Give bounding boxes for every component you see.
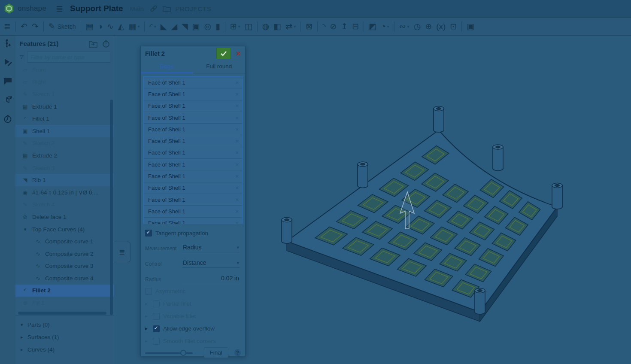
- extrude-button[interactable]: ▤: [84, 20, 96, 33]
- chevron-right-icon[interactable]: ▸: [145, 338, 153, 344]
- selection-item[interactable]: Face of Shell 1×: [144, 135, 242, 147]
- feature-list-button[interactable]: ≣: [2, 20, 13, 33]
- redo-button[interactable]: ↷: [30, 20, 41, 33]
- feature-item-top-face-curves-4[interactable]: ▾Top Face Curves (4): [15, 223, 114, 236]
- sweep-button[interactable]: ∿: [105, 20, 116, 33]
- chevron-down-icon[interactable]: ▾: [21, 227, 29, 232]
- draft-button[interactable]: ◢: [169, 20, 179, 33]
- feature-item-fillet-2[interactable]: ◜Fillet 2: [15, 285, 114, 297]
- curves-chevron-icon[interactable]: ▾: [407, 24, 410, 29]
- feature-item-fillet-1[interactable]: ◜Fillet 1: [15, 112, 114, 125]
- remove-selection-icon[interactable]: ×: [235, 161, 239, 168]
- control-dropdown[interactable]: Distance: [182, 258, 240, 268]
- onshape-logo[interactable]: onshape: [0, 3, 51, 14]
- history-clock-icon[interactable]: [3, 114, 12, 124]
- asymmetric-checkbox[interactable]: [145, 288, 152, 295]
- curves-button[interactable]: ∾▾: [397, 20, 412, 33]
- final-button[interactable]: Final: [204, 347, 228, 358]
- measurement-dropdown[interactable]: Radius: [182, 243, 240, 252]
- more-tools-button[interactable]: ▣: [464, 20, 476, 33]
- remove-selection-icon[interactable]: ×: [235, 138, 239, 144]
- feature-item-delete-face-1[interactable]: ⊘Delete face 1: [15, 211, 114, 223]
- feature-item-composite-curve-2[interactable]: ∿Composite curve 2: [15, 248, 114, 260]
- boss-button[interactable]: ▮: [213, 20, 222, 33]
- move-face-button[interactable]: ↥: [339, 20, 350, 33]
- section-curves-4[interactable]: ▸Curves (4): [15, 343, 114, 356]
- thicken-chevron-icon[interactable]: ▾: [137, 24, 140, 29]
- helix-button[interactable]: ◷: [412, 20, 423, 33]
- document-title[interactable]: Support Plate: [68, 4, 127, 13]
- feature-item-1-64-0-125-in-0[interactable]: ◉#1-64 ↕ 0.125 in | ∨Ø 0....: [15, 186, 114, 199]
- delete-part-button[interactable]: ⊠: [303, 20, 315, 33]
- comments-icon[interactable]: [3, 76, 12, 86]
- selection-item[interactable]: Face of Shell 1×: [144, 194, 242, 206]
- filter-input[interactable]: [27, 52, 110, 63]
- selection-item[interactable]: Face of Shell 1×: [144, 124, 242, 135]
- slider-thumb[interactable]: [180, 350, 186, 356]
- feature-item-extrude-2[interactable]: ▤Extrude 2: [15, 149, 114, 162]
- selection-item[interactable]: Face of Shell 1×: [144, 112, 242, 124]
- allow-edge-overflow-checkbox[interactable]: [153, 325, 160, 332]
- remove-selection-icon[interactable]: ×: [235, 79, 239, 86]
- features-flyout-tab[interactable]: ≣: [114, 242, 130, 262]
- split-button[interactable]: ◧: [271, 20, 283, 33]
- filter-funnel-icon[interactable]: [20, 54, 24, 61]
- instances-button[interactable]: ⊡: [448, 20, 459, 33]
- feature-item-rib-1[interactable]: ◥Rib 1: [15, 174, 114, 186]
- fillet-chevron-icon[interactable]: ▾: [154, 24, 156, 29]
- remove-selection-icon[interactable]: ×: [235, 220, 239, 224]
- selection-item[interactable]: Face of Shell 1×: [144, 182, 242, 194]
- loft-button[interactable]: ◭: [116, 20, 127, 33]
- feature-item-right[interactable]: ▱Right: [15, 76, 114, 88]
- feature-item-fill-1[interactable]: ⊛Fill 1: [15, 297, 114, 309]
- remove-selection-icon[interactable]: ×: [235, 149, 239, 156]
- feature-item-composite-curve-1[interactable]: ∿Composite curve 1: [15, 235, 114, 248]
- remove-selection-icon[interactable]: ×: [235, 91, 239, 97]
- radius-input[interactable]: 0.02 in: [182, 274, 240, 283]
- cancel-button[interactable]: ×: [234, 49, 243, 58]
- hole-button[interactable]: ◎: [202, 20, 214, 33]
- selection-item[interactable]: Face of Shell 1×: [144, 170, 242, 182]
- sketch-button[interactable]: ✎Sketch: [46, 20, 78, 33]
- chevron-right-icon[interactable]: ▸: [145, 326, 153, 331]
- delete-face-button[interactable]: ⊘: [328, 20, 339, 33]
- selection-item[interactable]: Face of Shell 1×: [144, 206, 242, 217]
- tab-edge[interactable]: Edge: [141, 61, 193, 73]
- feature-item-shell-1[interactable]: ▣Shell 1: [15, 125, 114, 137]
- project-curve-button[interactable]: ⊕: [423, 20, 434, 33]
- workspace-name[interactable]: Main: [127, 5, 148, 12]
- smooth-fillet-corners-checkbox[interactable]: [153, 338, 160, 345]
- transform-chevron-icon[interactable]: ▾: [294, 24, 296, 29]
- rib-button[interactable]: ◥: [179, 20, 190, 33]
- mirror-button[interactable]: ◫: [243, 20, 255, 33]
- selection-item[interactable]: Face of Shell 1×: [144, 77, 242, 88]
- remove-selection-icon[interactable]: ×: [235, 103, 239, 109]
- remove-selection-icon[interactable]: ×: [235, 185, 239, 191]
- thicken-button[interactable]: ▦▾: [126, 20, 142, 33]
- remove-selection-icon[interactable]: ×: [235, 208, 239, 215]
- selection-item[interactable]: Face of Shell 1×: [144, 100, 242, 112]
- selection-item[interactable]: Face of Shell 1×: [144, 159, 242, 170]
- main-menu-icon[interactable]: ≣: [51, 3, 68, 14]
- feature-item-composite-curve-4[interactable]: ∿Composite curve 4: [15, 272, 114, 285]
- selection-item[interactable]: Face of Shell 1×: [144, 218, 242, 224]
- surface-chevron-icon[interactable]: ▾: [387, 24, 389, 29]
- help-icon[interactable]: ?: [234, 349, 241, 356]
- commit-button[interactable]: [216, 48, 231, 59]
- feature-item-sketch-1[interactable]: ✎Sketch 1: [15, 88, 114, 100]
- section-parts-0[interactable]: ▾Parts (0): [15, 318, 114, 331]
- selection-item[interactable]: Face of Shell 1×: [144, 88, 242, 100]
- shell-button[interactable]: ▣: [190, 20, 202, 33]
- follow-mode-icon[interactable]: [3, 58, 12, 67]
- selection-item[interactable]: Face of Shell 1×: [144, 147, 242, 159]
- remove-selection-icon[interactable]: ×: [235, 173, 239, 179]
- transform-button[interactable]: ⇄▾: [283, 20, 298, 33]
- revolve-button[interactable]: ◑: [95, 20, 104, 33]
- project-name[interactable]: PROJECTS: [173, 5, 211, 12]
- project-folder-icon[interactable]: [160, 5, 173, 12]
- surface-button[interactable]: ◔▾: [379, 20, 391, 33]
- chevron-right-icon[interactable]: ▸: [21, 347, 27, 352]
- help-cube-icon[interactable]: ?: [3, 95, 12, 105]
- remove-selection-icon[interactable]: ×: [235, 115, 239, 121]
- fillet-button[interactable]: ◜▾: [147, 20, 158, 33]
